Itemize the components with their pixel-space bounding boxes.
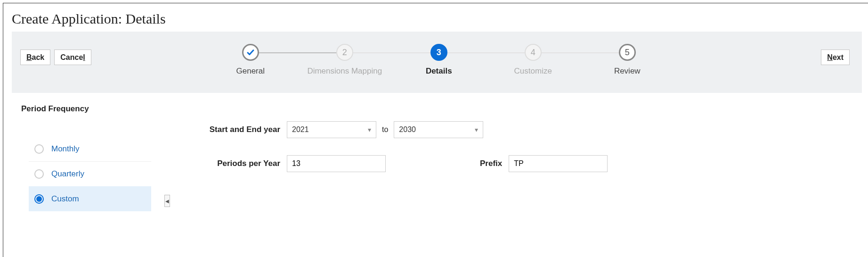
- wizard-bar: Back Cancel General 2 Dimensions Mapping…: [12, 32, 862, 93]
- app-frame: Create Application: Details Back Cancel …: [3, 3, 868, 257]
- cancel-button[interactable]: Cancel: [54, 50, 91, 65]
- step-connector: [542, 52, 619, 53]
- end-year-value: 2030: [399, 125, 416, 134]
- back-button[interactable]: Back: [20, 50, 50, 65]
- prefix-input[interactable]: [509, 155, 608, 172]
- periods-input[interactable]: [287, 155, 386, 172]
- row-start-end-year: Start and End year 2021 ▾ to 2030 ▾: [200, 121, 608, 138]
- check-icon: [242, 44, 259, 61]
- frequency-panel: Period Frequency Monthly Quarterly Custo…: [21, 104, 172, 211]
- frequency-option-custom[interactable]: Custom: [29, 186, 151, 211]
- wizard-step-customize[interactable]: 4 Customize: [486, 44, 580, 76]
- step-connector: [353, 52, 430, 53]
- step-label: Customize: [514, 66, 552, 76]
- radio-icon: [34, 144, 44, 154]
- collapse-handle-icon[interactable]: ◀: [164, 195, 170, 207]
- start-year-value: 2021: [292, 125, 309, 134]
- step-number: 4: [525, 44, 542, 61]
- radio-label: Custom: [51, 194, 79, 204]
- end-year-select[interactable]: 2030 ▾: [394, 121, 483, 138]
- radio-icon: [34, 194, 44, 204]
- frequency-option-quarterly[interactable]: Quarterly: [29, 161, 151, 186]
- step-label: Review: [614, 66, 641, 76]
- section-title: Period Frequency: [21, 104, 172, 114]
- row-periods-prefix: Periods per Year Prefix: [200, 155, 608, 172]
- radio-label: Monthly: [51, 144, 80, 154]
- label-periods: Periods per Year: [200, 159, 280, 168]
- wizard-step-review[interactable]: 5 Review: [580, 44, 674, 76]
- wizard-step-general[interactable]: General: [203, 44, 298, 76]
- step-label: Details: [426, 66, 452, 76]
- label-start-end-year: Start and End year: [200, 125, 280, 134]
- step-label: General: [236, 66, 265, 76]
- step-number: 5: [619, 44, 636, 61]
- chevron-down-icon: ▾: [368, 126, 371, 133]
- wizard-steps: General 2 Dimensions Mapping 3 Details 4…: [203, 44, 674, 76]
- frequency-option-monthly[interactable]: Monthly: [29, 136, 151, 161]
- start-year-select[interactable]: 2021 ▾: [287, 121, 376, 138]
- next-button[interactable]: Next: [821, 50, 850, 65]
- to-label: to: [382, 125, 388, 134]
- content-area: Period Frequency Monthly Quarterly Custo…: [12, 93, 862, 211]
- step-number: 2: [336, 44, 353, 61]
- step-connector: [447, 52, 525, 53]
- step-label: Dimensions Mapping: [307, 66, 382, 76]
- label-prefix: Prefix: [480, 159, 502, 168]
- wizard-step-details[interactable]: 3 Details: [392, 44, 486, 76]
- step-connector: [259, 52, 336, 53]
- radio-label: Quarterly: [51, 169, 84, 179]
- step-number: 3: [430, 44, 447, 61]
- left-button-group: Back Cancel: [20, 50, 95, 65]
- details-form: Start and End year 2021 ▾ to 2030 ▾ Peri…: [200, 104, 608, 211]
- radio-icon: [34, 169, 44, 179]
- frequency-radio-list: Monthly Quarterly Custom: [29, 136, 172, 211]
- chevron-down-icon: ▾: [475, 126, 478, 133]
- wizard-step-dimensions[interactable]: 2 Dimensions Mapping: [298, 44, 392, 76]
- page-title: Create Application: Details: [12, 11, 862, 27]
